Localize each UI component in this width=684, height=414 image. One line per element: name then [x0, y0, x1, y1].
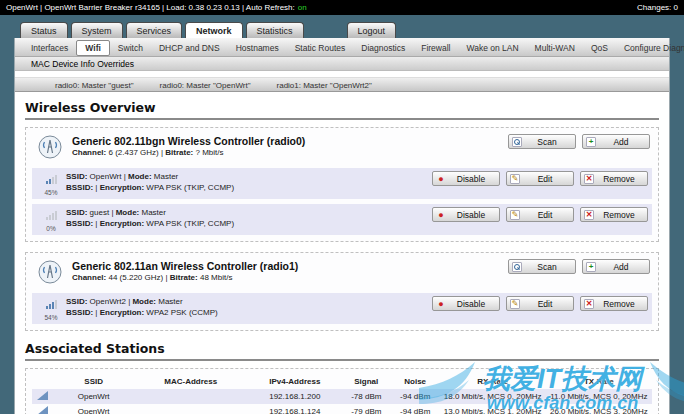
network-row-guest: 0% SSID: guest | Mode: Master BSSID: | E	[32, 204, 652, 235]
submenu-configure-diagnostics[interactable]: Configure Diagnostics	[616, 41, 684, 55]
changes-indicator[interactable]: Changes: 0	[637, 3, 678, 12]
encryption-label: Encryption:	[100, 308, 144, 317]
network-submenu-row2: MAC Device Info Overrides	[15, 57, 669, 71]
ssid-value: OpenWrt	[90, 172, 122, 181]
scan-icon	[512, 137, 522, 147]
radio1-channel-line: Channel: 44 (5.220 GHz) | Bitrate: 48 Mb…	[72, 273, 298, 282]
signal-bars-icon	[46, 211, 57, 220]
header-mac: MAC-Address	[134, 374, 248, 389]
radio-tab-openwrt2[interactable]: radio1: Master "OpenWrt2"	[277, 81, 372, 89]
radio1-actions: Scan +Add	[508, 259, 650, 274]
encryption-value: WPA PSK (TKIP, CCMP)	[146, 219, 234, 228]
tab-network[interactable]: Network	[185, 22, 243, 38]
radio-tab-openwrt[interactable]: radio0: Master "OpenWrt"	[160, 81, 251, 89]
edit-label: Edit	[520, 210, 570, 220]
network-actions: Disable ✎Edit ✕Remove	[432, 296, 648, 311]
bssid-label: BSSID:	[66, 183, 93, 192]
tab-status[interactable]: Status	[20, 22, 68, 38]
scan-button[interactable]: Scan	[508, 259, 576, 274]
network-row-openwrt2: 54% SSID: OpenWrt2 | Mode: Master BSSID:…	[32, 293, 652, 324]
edit-label: Edit	[520, 174, 570, 184]
submenu-firewall[interactable]: Firewall	[413, 41, 458, 55]
submenu-wake-on-lan[interactable]: Wake on LAN	[458, 41, 526, 55]
bitrate-value: ? Mbit/s	[196, 148, 224, 157]
submenu-wifi[interactable]: Wifi	[76, 40, 110, 56]
signal-percent: 0%	[36, 225, 66, 232]
main-nav: Status System Services Network Statistic…	[0, 15, 684, 38]
header-signal: Signal	[342, 374, 391, 389]
submenu-switch[interactable]: Switch	[110, 41, 151, 55]
disable-label: Disable	[446, 174, 496, 184]
radio1-section: Generic 802.11an Wireless Controller (ra…	[25, 252, 659, 331]
radio0-info: Generic 802.11bgn Wireless Controller (r…	[72, 135, 305, 157]
auto-refresh-status: on	[298, 3, 307, 12]
network-info: SSID: guest | Mode: Master BSSID: | Encr…	[66, 208, 234, 230]
network-row-openwrt: 45% SSID: OpenWrt | Mode: Master BSSID: …	[32, 168, 652, 199]
ssid-label: SSID:	[66, 208, 87, 217]
disable-button[interactable]: Disable	[432, 207, 500, 222]
mode-value: Master	[158, 297, 182, 306]
submenu-dhcp-dns[interactable]: DHCP and DNS	[151, 41, 228, 55]
separator: |	[165, 273, 167, 282]
add-button[interactable]: +Add	[582, 134, 650, 149]
tab-logout[interactable]: Logout	[347, 22, 397, 38]
remove-icon: ✕	[584, 299, 594, 309]
encryption-label: Encryption:	[100, 183, 144, 192]
disable-icon	[436, 210, 446, 220]
remove-icon: ✕	[584, 210, 594, 220]
page-window: Interfaces Wifi Switch DHCP and DNS Host…	[14, 38, 670, 414]
header-ipv4: IPv4-Address	[248, 374, 342, 389]
signal-bars-icon	[46, 300, 57, 309]
submenu-mac-device-info-overrides[interactable]: MAC Device Info Overrides	[31, 59, 134, 69]
bssid-line: BSSID: | Encryption: WPA PSK (TKIP, CCMP…	[66, 219, 234, 230]
submenu-multi-wan[interactable]: Multi-WAN	[527, 41, 583, 55]
submenu-hostnames[interactable]: Hostnames	[228, 41, 287, 55]
edit-button[interactable]: ✎Edit	[506, 207, 574, 222]
bssid-line: BSSID: | Encryption: WPA PSK (TKIP, CCMP…	[66, 183, 234, 194]
ssid-line: SSID: OpenWrt2 | Mode: Master	[66, 297, 218, 308]
tab-statistics[interactable]: Statistics	[246, 22, 304, 38]
separator: |	[95, 219, 97, 228]
submenu-interfaces[interactable]: Interfaces	[23, 41, 76, 55]
disable-button[interactable]: Disable	[432, 171, 500, 186]
ssid-value: guest	[90, 208, 110, 217]
submenu-qos[interactable]: QoS	[583, 41, 616, 55]
disable-button[interactable]: Disable	[432, 296, 500, 311]
associated-stations-section: SSID MAC-Address IPv4-Address Signal Noi…	[25, 368, 659, 414]
station-mac	[134, 389, 248, 404]
separator: |	[95, 308, 97, 317]
station-ip: 192.168.1.200	[248, 389, 342, 404]
signal-bars-icon	[46, 175, 57, 184]
header-icon-spacer	[32, 374, 54, 389]
radio0-actions: Scan +Add	[508, 134, 650, 149]
network-info: SSID: OpenWrt2 | Mode: Master BSSID: | E…	[66, 297, 218, 319]
station-ip: 192.168.1.124	[248, 404, 342, 414]
channel-value: 6 (2.437 GHz)	[108, 148, 158, 157]
channel-label: Channel:	[72, 148, 106, 157]
submenu-diagnostics[interactable]: Diagnostics	[353, 41, 413, 55]
signal-strength: 45%	[36, 170, 66, 196]
edit-button[interactable]: ✎Edit	[506, 296, 574, 311]
remove-icon: ✕	[584, 174, 594, 184]
disable-label: Disable	[446, 210, 496, 220]
separator: |	[111, 208, 113, 217]
submenu-static-routes[interactable]: Static Routes	[287, 41, 354, 55]
radio-tab-guest[interactable]: radio0: Master "guest"	[55, 81, 134, 89]
remove-button[interactable]: ✕Remove	[580, 296, 648, 311]
encryption-value: WPA2 PSK (CCMP)	[146, 308, 217, 317]
tab-system[interactable]: System	[71, 22, 123, 38]
main-content: Wireless Overview Generic 802.11bgn Wire…	[15, 92, 669, 414]
host-title: OpenWrt | OpenWrt Barrier Breaker r34165…	[6, 3, 307, 12]
tab-services[interactable]: Services	[126, 22, 183, 38]
scan-button[interactable]: Scan	[508, 134, 576, 149]
edit-button[interactable]: ✎Edit	[506, 171, 574, 186]
add-label: Add	[596, 137, 646, 147]
add-icon: +	[586, 137, 596, 147]
radio0-header: Generic 802.11bgn Wireless Controller (r…	[32, 133, 652, 163]
add-button[interactable]: +Add	[582, 259, 650, 274]
host-title-text: OpenWrt | OpenWrt Barrier Breaker r34165…	[6, 3, 295, 12]
remove-button[interactable]: ✕Remove	[580, 171, 648, 186]
remove-button[interactable]: ✕Remove	[580, 207, 648, 222]
station-signal-icon	[32, 389, 54, 404]
add-label: Add	[596, 262, 646, 272]
